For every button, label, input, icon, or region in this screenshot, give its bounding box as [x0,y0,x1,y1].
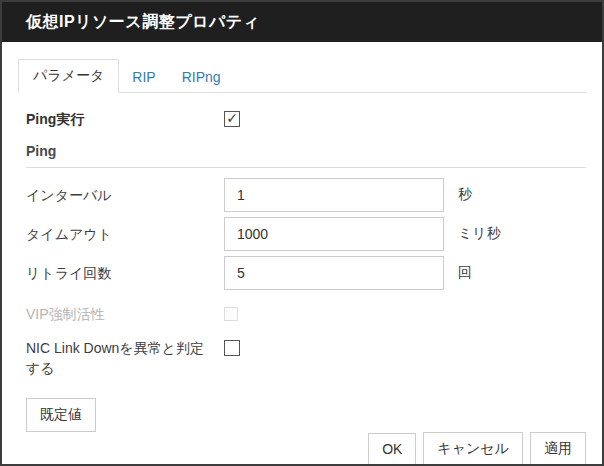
tab-parameter[interactable]: パラメータ [18,59,119,93]
retry-count-input[interactable] [224,256,444,290]
timeout-unit: ミリ秒 [458,225,501,243]
dialog-title: 仮想IPリソース調整プロパティ [26,12,260,33]
tab-bar: パラメータ RIP RIPng [18,59,586,93]
ok-button[interactable]: OK [368,433,416,465]
retry-count-unit: 回 [458,264,472,282]
dialog-titlebar: 仮想IPリソース調整プロパティ [2,2,602,42]
ping-section-divider [26,167,586,168]
nic-link-down-checkbox[interactable] [224,340,240,356]
interval-row: インターバル 秒 [26,178,586,212]
nic-link-down-label: NIC Link Downを異常と判定する [26,338,224,379]
ping-exec-checkbox[interactable]: ✓ [224,111,240,127]
apply-button[interactable]: 適用 [530,432,586,466]
vip-force-row: VIP強制活性 [26,304,586,324]
default-values-button[interactable]: 既定値 [26,398,96,432]
timeout-label: タイムアウト [26,224,224,244]
timeout-input[interactable] [224,217,444,251]
nic-link-down-row: NIC Link Downを異常と判定する [26,338,586,379]
vip-force-checkbox [224,307,238,321]
tab-rip[interactable]: RIP [119,61,168,93]
tab-ripng[interactable]: RIPng [169,61,234,93]
interval-input[interactable] [224,178,444,212]
interval-unit: 秒 [458,186,472,204]
ping-exec-label: Ping実行 [26,109,224,129]
interval-label: インターバル [26,185,224,205]
vip-force-label: VIP強制活性 [26,304,224,324]
virtual-ip-resource-properties-dialog: 仮想IPリソース調整プロパティ パラメータ RIP RIPng Ping実行 ✓… [0,0,604,466]
default-button-row: 既定値 [26,398,586,432]
dialog-body: パラメータ RIP RIPng Ping実行 ✓ Ping インターバル 秒 タ… [2,42,602,464]
check-icon: ✓ [226,111,238,125]
retry-count-row: リトライ回数 回 [26,256,586,290]
dialog-footer: OK キャンセル 適用 [18,432,586,466]
ping-exec-row: Ping実行 ✓ [26,109,586,129]
ping-section-header: Ping [26,143,586,159]
retry-count-label: リトライ回数 [26,263,224,283]
cancel-button[interactable]: キャンセル [423,432,523,466]
timeout-row: タイムアウト ミリ秒 [26,217,586,251]
